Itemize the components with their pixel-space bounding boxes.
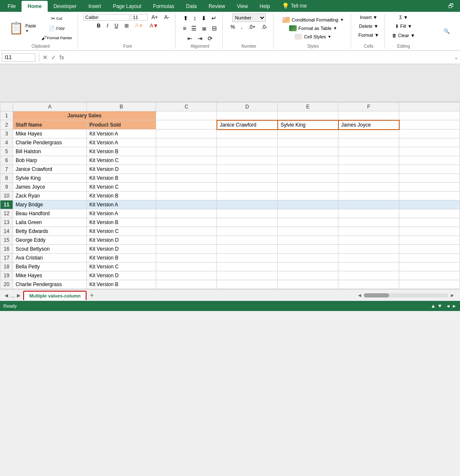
scroll-up-icon[interactable]: ▲ [430,303,436,309]
cell-F7[interactable] [338,165,399,174]
cell-F5[interactable] [338,147,399,156]
cell-B12[interactable]: Kit Version A [87,209,156,218]
cell-F4[interactable] [338,138,399,147]
cell-G11[interactable] [399,200,460,209]
cell-B4[interactable]: Kit Version A [87,138,156,147]
cell-G13[interactable] [399,218,460,227]
cell-E4[interactable] [278,138,338,147]
cell-E3[interactable] [278,130,338,138]
col-header-B[interactable]: B [87,103,156,111]
cell-F14[interactable] [338,227,399,236]
cell-F19[interactable] [338,271,399,280]
paste-button[interactable]: 📋 Paste ▼ [7,21,38,35]
cell-D1[interactable] [217,111,278,120]
search-button[interactable]: 🔍 [440,27,453,35]
cell-C2[interactable] [156,120,217,130]
cell-G6[interactable] [399,156,460,165]
scroll-sheet-right-icon[interactable]: ► [16,292,22,299]
conditional-dropdown-icon[interactable]: ▼ [340,18,344,22]
cell-C17[interactable] [156,254,217,262]
cell-F15[interactable] [338,236,399,245]
cell-F12[interactable] [338,209,399,218]
row-header-6[interactable]: 6 [0,156,13,165]
cell-F6[interactable] [338,156,399,165]
cell-G4[interactable] [399,138,460,147]
format-painter-button[interactable]: 🖌 Format Painter [39,34,75,42]
cell-C10[interactable] [156,192,217,200]
cell-G1[interactable] [399,111,460,120]
col-header-A[interactable]: A [13,103,87,111]
cell-E9[interactable] [278,183,338,192]
row-header-18[interactable]: 18 [0,262,13,271]
cell-E10[interactable] [278,192,338,200]
italic-button[interactable]: I [104,22,111,30]
wrap-text-button[interactable]: ↵ [209,14,219,23]
cell-D3[interactable] [217,130,278,138]
formula-input[interactable] [66,54,452,61]
col-header-E[interactable]: E [278,103,338,111]
delete-cells-button[interactable]: Delete ▼ [357,22,381,30]
cell-A1[interactable]: January Sales [13,111,156,120]
format-cells-button[interactable]: Format ▼ [356,31,381,39]
cell-D16[interactable] [217,245,278,254]
cell-B15[interactable]: Kit Version D [87,236,156,245]
row-header-1[interactable]: 1 [0,111,13,120]
cell-E6[interactable] [278,156,338,165]
col-header-G[interactable] [399,103,460,111]
scroll-right-icon[interactable]: ► [450,292,455,298]
row-header-5[interactable]: 5 [0,147,13,156]
cell-B9[interactable]: Kit Version C [87,183,156,192]
row-header-19[interactable]: 19 [0,271,13,280]
cell-reference-box[interactable] [2,53,35,62]
add-sheet-button[interactable]: + [87,290,97,301]
clear-button[interactable]: 🗑 Clear ▼ [390,32,417,39]
cell-C18[interactable] [156,262,217,271]
row-header-2[interactable]: 2 [0,120,13,130]
autosum-button[interactable]: Σ ▼ [397,14,410,21]
cell-E15[interactable] [278,236,338,245]
restore-icon[interactable]: 🗗 [442,0,460,12]
cell-A14[interactable]: Betty Edwards [13,227,87,236]
cell-A7[interactable]: Janice Crawford [13,165,87,174]
fill-color-button[interactable]: A▼ [133,22,146,30]
row-header-16[interactable]: 16 [0,245,13,254]
tab-file[interactable]: File [2,1,22,12]
row-header-3[interactable]: 3 [0,130,13,138]
cell-A10[interactable]: Zack Ryan [13,192,87,200]
cell-C13[interactable] [156,218,217,227]
cell-B11[interactable]: Kit Version A [87,200,156,209]
table-dropdown-icon[interactable]: ▼ [333,26,337,30]
cell-A9[interactable]: James Joyce [13,183,87,192]
confirm-formula-icon[interactable]: ✓ [51,54,56,61]
formula-expand-icon[interactable]: ⌄ [454,54,458,60]
page-prev-icon[interactable]: ◄ [446,303,450,308]
decimal-decrease-button[interactable]: .0- [259,23,270,31]
tab-developer[interactable]: Developer [48,1,83,12]
col-header-F[interactable]: F [338,103,399,111]
cell-E7[interactable] [278,165,338,174]
cell-B13[interactable]: Kit Version B [87,218,156,227]
cell-B2[interactable]: Product Sold [87,120,156,130]
cell-B19[interactable]: Kit Version D [87,271,156,280]
cell-F16[interactable] [338,245,399,254]
cell-D4[interactable] [217,138,278,147]
cell-B17[interactable]: Kit Version B [87,254,156,262]
cell-F11[interactable] [338,200,399,209]
cell-A15[interactable]: George Eddy [13,236,87,245]
cell-G19[interactable] [399,271,460,280]
cell-C3[interactable] [156,130,217,138]
indent-decrease-button[interactable]: ⇤ [185,34,195,43]
cell-G10[interactable] [399,192,460,200]
cell-A19[interactable]: Mike Hayes [13,271,87,280]
row-header-8[interactable]: 8 [0,174,13,183]
row-header-9[interactable]: 9 [0,183,13,192]
cell-D10[interactable] [217,192,278,200]
cut-button[interactable]: ✂ Cut [39,14,75,23]
cell-C14[interactable] [156,227,217,236]
align-center-button[interactable]: ☰ [189,24,199,33]
tab-data[interactable]: Data [180,1,203,12]
row-header-14[interactable]: 14 [0,227,13,236]
cell-E19[interactable] [278,271,338,280]
tab-tell-me[interactable]: 💡 Tell me [276,0,313,12]
cell-C12[interactable] [156,209,217,218]
